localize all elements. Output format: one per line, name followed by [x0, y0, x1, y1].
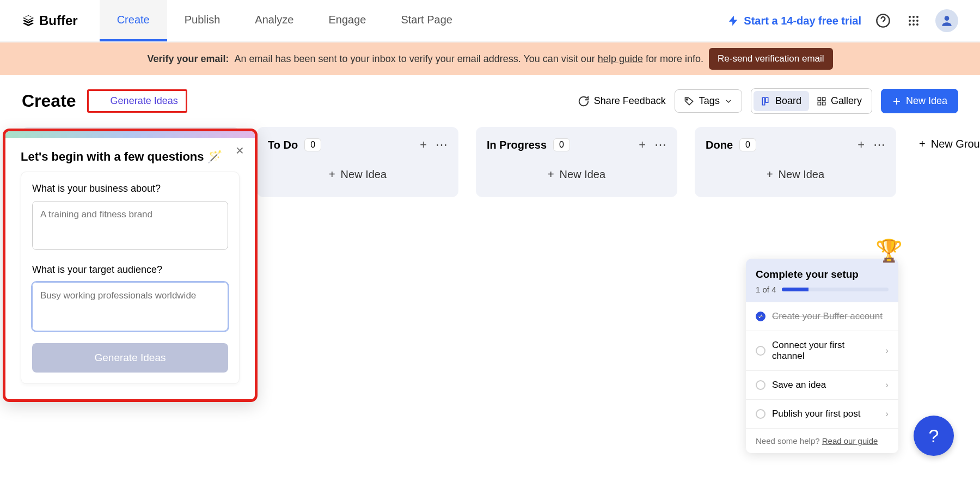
new-idea-button[interactable]: New Idea [881, 89, 958, 113]
help-button[interactable] [874, 12, 892, 29]
page-header-right: Share Feedback Tags Board Gallery New Id… [578, 88, 958, 114]
chevron-right-icon: › [885, 408, 889, 419]
nav-items: Create Publish Analyze Engage Start Page [100, 0, 470, 41]
setup-progress-text: 1 of 4 [756, 285, 776, 294]
setup-help: Need some help? Read our guide [746, 428, 898, 453]
empty-circle-icon [756, 409, 765, 419]
svg-point-3 [916, 16, 918, 18]
column-header: In Progress 0 + ⋯ [487, 138, 666, 152]
nav-publish[interactable]: Publish [167, 0, 238, 41]
generate-ideas-label: Generate Ideas [111, 95, 178, 107]
column-header: Done 0 + ⋯ [706, 138, 885, 152]
view-toggle: Board Gallery [751, 88, 872, 114]
question-box: What is your business about? What is you… [21, 172, 240, 384]
column-done: Done 0 + ⋯ + New Idea [695, 127, 896, 197]
avatar[interactable] [935, 9, 958, 32]
page-header: Create Generate Ideas Share Feedback Tag… [0, 75, 980, 127]
nav-analyze[interactable]: Analyze [237, 0, 311, 41]
gallery-view-button[interactable]: Gallery [809, 91, 869, 111]
apps-button[interactable] [905, 12, 922, 29]
new-idea-link-label: New Idea [341, 168, 387, 181]
popup-title: Let's begin with a few questions 🪄 [21, 150, 240, 164]
svg-rect-15 [822, 97, 825, 100]
setup-help-text: Need some help? [756, 436, 820, 446]
share-feedback[interactable]: Share Feedback [578, 95, 666, 107]
gallery-icon [817, 96, 826, 106]
column-count: 0 [553, 138, 570, 151]
board-icon [761, 96, 771, 106]
chevron-right-icon: › [885, 345, 889, 356]
generate-ideas-button[interactable]: Generate Ideas [87, 89, 187, 113]
svg-rect-12 [762, 97, 765, 105]
page-title: Create [22, 91, 76, 111]
more-icon[interactable]: ⋯ [654, 138, 666, 152]
board-label: Board [775, 95, 801, 107]
setup-item-idea[interactable]: Save an idea › [746, 370, 898, 399]
add-icon[interactable]: + [420, 138, 427, 152]
column-name: To Do [268, 139, 298, 151]
empty-circle-icon [756, 380, 765, 390]
popup-gradient [5, 131, 255, 138]
banner-bold: Verify your email: [147, 53, 229, 65]
logo[interactable]: Buffer [22, 13, 78, 28]
add-icon[interactable]: + [639, 138, 646, 152]
resend-button[interactable]: Re-send verification email [709, 48, 833, 70]
wand-icon [96, 96, 106, 106]
new-group-label: New Group [931, 138, 980, 150]
new-idea-label: New Idea [906, 95, 947, 107]
help-guide-link[interactable]: help guide [598, 53, 643, 64]
column-inprogress: In Progress 0 + ⋯ + New Idea [476, 127, 677, 197]
svg-point-1 [909, 16, 911, 18]
help-fab[interactable]: ? [914, 416, 954, 456]
generate-ideas-popup: × Let's begin with a few questions 🪄 Wha… [3, 129, 258, 402]
new-idea-link[interactable]: + New Idea [706, 163, 885, 186]
column-count: 0 [739, 138, 756, 151]
progress-fill [782, 288, 808, 291]
column-name: In Progress [487, 139, 547, 151]
plus-icon [892, 96, 902, 106]
buffer-logo-icon [22, 14, 35, 27]
plus-icon: + [919, 138, 926, 150]
column-actions: + ⋯ [420, 138, 448, 152]
bolt-icon [727, 15, 739, 27]
setup-item-label: Connect your first channel [772, 340, 879, 362]
add-icon[interactable]: + [857, 138, 865, 152]
tags-dropdown[interactable]: Tags [675, 89, 742, 113]
verify-banner: Verify your email: An email has been sen… [0, 42, 980, 75]
nav-startpage[interactable]: Start Page [383, 0, 470, 41]
setup-item-channel[interactable]: Connect your first channel › [746, 331, 898, 370]
nav-create[interactable]: Create [100, 0, 167, 41]
trial-text: Start a 14-day free trial [744, 15, 861, 27]
more-icon[interactable]: ⋯ [436, 138, 448, 152]
svg-point-4 [909, 20, 911, 22]
top-nav: Buffer Create Publish Analyze Engage Sta… [0, 0, 980, 42]
setup-help-link[interactable]: Read our guide [822, 436, 878, 446]
audience-input[interactable] [32, 282, 228, 331]
question-2-label: What is your target audience? [32, 264, 228, 276]
trial-link[interactable]: Start a 14-day free trial [727, 15, 861, 27]
apps-grid-icon [907, 14, 920, 27]
setup-progress: 1 of 4 [756, 285, 889, 294]
generate-ideas-submit[interactable]: Generate Ideas [32, 343, 228, 373]
setup-item-account[interactable]: ✓ Create your Buffer account [746, 302, 898, 331]
question-1-label: What is your business about? [32, 183, 228, 194]
trophy-icon: 🏆 [875, 238, 903, 264]
nav-engage[interactable]: Engage [311, 0, 383, 41]
share-feedback-label: Share Feedback [594, 95, 666, 107]
new-idea-link[interactable]: + New Idea [268, 163, 448, 186]
close-icon[interactable]: × [236, 142, 244, 159]
setup-header: 🏆 Complete your setup 1 of 4 [746, 259, 898, 302]
business-input[interactable] [32, 201, 228, 250]
column-actions: + ⋯ [857, 138, 885, 152]
new-idea-link-label: New Idea [779, 168, 825, 181]
svg-point-7 [909, 23, 911, 26]
setup-title: Complete your setup [756, 269, 889, 280]
progress-bar [782, 288, 889, 291]
setup-item-publish[interactable]: Publish your first post › [746, 399, 898, 428]
svg-point-2 [912, 16, 915, 18]
board-view-button[interactable]: Board [754, 91, 809, 111]
svg-point-5 [912, 20, 915, 22]
new-idea-link[interactable]: + New Idea [487, 163, 666, 186]
new-group-button[interactable]: + New Group [914, 127, 980, 161]
more-icon[interactable]: ⋯ [873, 138, 885, 152]
